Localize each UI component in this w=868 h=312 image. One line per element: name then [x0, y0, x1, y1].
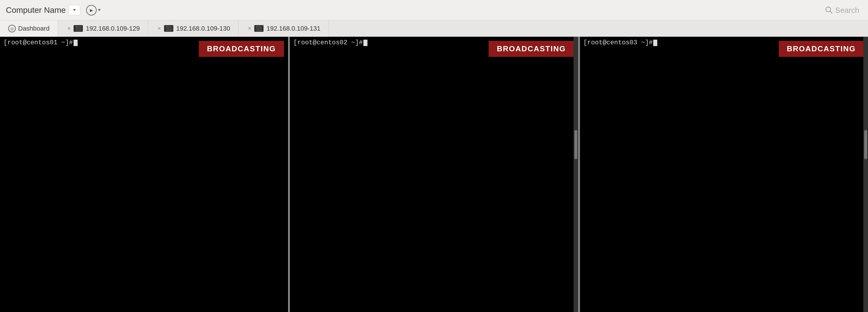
terminal-content-2[interactable]: [root@centos02 ~]#: [290, 37, 578, 312]
tab-close-3[interactable]: ×: [248, 25, 251, 32]
terminal-cursor-1: [73, 40, 78, 46]
terminal-panel-3[interactable]: [root@centos03 ~]# BROADCASTING: [580, 37, 868, 312]
svg-line-1: [830, 11, 832, 14]
broadcasting-badge-1: BROADCASTING: [199, 41, 284, 57]
tab-close-2[interactable]: ×: [158, 25, 161, 32]
session-icon-2: ⬛: [164, 25, 174, 32]
tab-dashboard[interactable]: ◎ Dashboard: [0, 21, 58, 37]
computer-name-label: Computer Name: [6, 5, 66, 15]
scrollbar-3[interactable]: [863, 37, 868, 312]
search-icon: [825, 6, 833, 14]
scrollbar-thumb-3[interactable]: [864, 130, 867, 159]
scrollbar-2[interactable]: [574, 37, 578, 312]
svg-point-0: [826, 7, 830, 12]
chevron-down-icon: [73, 9, 76, 11]
terminal-prompt-text-2: [root@centos02 ~]#: [293, 39, 363, 46]
broadcasting-badge-3: BROADCASTING: [779, 41, 864, 57]
terminal-prompt-text-1: [root@centos01 ~]#: [3, 39, 73, 46]
terminal-cursor-3: [653, 40, 657, 46]
search-label[interactable]: Search: [835, 5, 859, 14]
play-chevron-icon: [98, 9, 101, 11]
computer-name-section: Computer Name: [6, 5, 80, 15]
search-section[interactable]: Search: [825, 5, 859, 14]
tab-session-1[interactable]: × ⬛ 192.168.0.109-129: [58, 21, 148, 37]
play-section[interactable]: ▶: [86, 5, 101, 15]
session-icon-1: ⬛: [73, 25, 83, 32]
terminal-content-3[interactable]: [root@centos03 ~]#: [580, 37, 868, 312]
tab-close-1[interactable]: ×: [67, 25, 71, 32]
broadcasting-badge-2: BROADCASTING: [489, 41, 574, 57]
tab-session-3-label: 192.168.0.109-131: [267, 25, 320, 32]
tabs-bar: ◎ Dashboard × ⬛ 192.168.0.109-129 × ⬛ 19…: [0, 21, 868, 37]
tab-dashboard-label: Dashboard: [18, 25, 50, 32]
computer-name-dropdown[interactable]: [69, 5, 80, 15]
terminal-prompt-text-3: [root@centos03 ~]#: [583, 39, 653, 46]
tab-session-1-label: 192.168.0.109-129: [86, 25, 140, 32]
dashboard-icon: ◎: [8, 25, 16, 32]
terminal-panel-1[interactable]: [root@centos01 ~]# BROADCASTING: [0, 37, 290, 312]
tab-session-2[interactable]: × ⬛ 192.168.0.109-130: [148, 21, 239, 37]
session-icon-3: ⬛: [254, 25, 264, 32]
terminal-cursor-2: [363, 40, 368, 46]
play-icon[interactable]: ▶: [86, 5, 97, 15]
tab-session-3[interactable]: × ⬛ 192.168.0.109-131: [239, 21, 329, 37]
terminals-container: [root@centos01 ~]# BROADCASTING [root@ce…: [0, 37, 868, 312]
tab-session-2-label: 192.168.0.109-130: [176, 25, 230, 32]
title-bar: Computer Name ▶ Search: [0, 0, 868, 21]
terminal-content-1[interactable]: [root@centos01 ~]#: [0, 37, 288, 312]
terminal-panel-2[interactable]: [root@centos02 ~]# BROADCASTING: [290, 37, 580, 312]
scrollbar-thumb-2[interactable]: [575, 130, 577, 159]
